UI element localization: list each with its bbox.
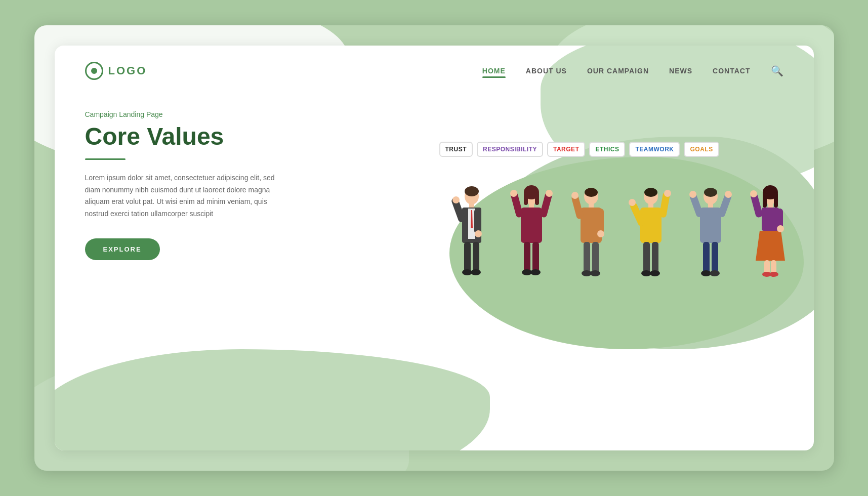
sign-responsibility: RESPONSIBILITY — [477, 142, 543, 157]
sign-target: TARGET — [547, 142, 585, 157]
figure-6 — [743, 182, 798, 294]
header: LOGO HOME ABOUT US OUR CAMPAIGN NEWS CON… — [55, 46, 814, 80]
svg-rect-17 — [535, 192, 539, 205]
signs-row: TRUST RESPONSIBILITY TARGET ETHICS TEAMW… — [439, 142, 804, 157]
search-icon[interactable]: 🔍 — [771, 65, 783, 77]
figure-3 — [564, 182, 618, 294]
svg-point-58 — [689, 191, 696, 198]
explore-button[interactable]: EXPLORE — [85, 238, 160, 260]
svg-rect-24 — [524, 242, 530, 272]
svg-rect-16 — [524, 192, 528, 205]
nav-item-home[interactable]: HOME — [482, 67, 506, 75]
svg-point-73 — [750, 190, 757, 197]
svg-rect-60 — [703, 242, 710, 273]
outer-frame: LOGO HOME ABOUT US OUR CAMPAIGN NEWS CON… — [34, 25, 834, 471]
svg-point-53 — [704, 188, 717, 197]
figure-2 — [504, 182, 559, 294]
logo-icon-inner — [91, 68, 97, 74]
svg-rect-48 — [643, 242, 650, 273]
svg-point-74 — [777, 225, 784, 232]
svg-point-46 — [629, 199, 636, 206]
svg-rect-7 — [474, 209, 481, 234]
svg-point-78 — [769, 272, 778, 277]
svg-rect-49 — [652, 242, 658, 273]
svg-rect-36 — [584, 242, 590, 273]
hero-subtitle: Campaign Landing Page — [85, 110, 287, 118]
hero-title: Core Values — [85, 123, 287, 150]
svg-point-59 — [725, 191, 732, 198]
svg-point-39 — [590, 270, 600, 276]
svg-rect-69 — [762, 208, 779, 231]
svg-point-63 — [710, 270, 720, 276]
hero-divider — [85, 158, 126, 160]
svg-rect-43 — [640, 208, 662, 243]
svg-rect-61 — [712, 242, 718, 273]
svg-point-51 — [650, 270, 660, 276]
svg-point-8 — [452, 196, 460, 203]
logo-icon — [85, 62, 103, 80]
figure-4 — [624, 182, 678, 294]
main-card: LOGO HOME ABOUT US OUR CAMPAIGN NEWS CON… — [55, 46, 814, 450]
svg-rect-67 — [774, 192, 778, 208]
sign-teamwork: TEAMWORK — [629, 142, 680, 157]
logo-area: LOGO — [85, 62, 147, 80]
svg-marker-70 — [756, 231, 785, 261]
svg-rect-66 — [763, 192, 767, 208]
nav-item-contact[interactable]: CONTACT — [713, 67, 750, 75]
sign-ethics: ETHICS — [589, 142, 625, 157]
values-area: TRUST RESPONSIBILITY TARGET ETHICS TEAMW… — [419, 127, 814, 390]
svg-point-23 — [546, 190, 553, 197]
figures-row — [444, 182, 809, 294]
svg-point-29 — [585, 188, 598, 197]
svg-point-41 — [644, 188, 657, 197]
svg-rect-10 — [464, 242, 471, 272]
svg-point-13 — [471, 269, 481, 275]
svg-point-35 — [597, 230, 604, 237]
logo-text: LOGO — [108, 64, 147, 77]
sign-trust: TRUST — [439, 142, 473, 157]
nav: HOME ABOUT US OUR CAMPAIGN NEWS CONTACT … — [482, 65, 783, 77]
svg-rect-37 — [592, 242, 599, 273]
svg-point-34 — [571, 192, 578, 199]
svg-rect-25 — [532, 242, 539, 272]
sign-goals: GOALS — [684, 142, 719, 157]
figure-1 — [444, 182, 499, 294]
svg-rect-33 — [597, 209, 604, 234]
svg-point-9 — [475, 230, 482, 237]
svg-point-1 — [465, 186, 479, 196]
hero-body: Lorem ipsum dolor sit amet, consectetuer… — [85, 172, 287, 220]
nav-item-news[interactable]: NEWS — [669, 67, 692, 75]
svg-point-27 — [530, 269, 541, 275]
svg-rect-11 — [473, 242, 479, 272]
hero-section: Campaign Landing Page Core Values Lorem … — [55, 80, 318, 260]
svg-rect-19 — [521, 208, 542, 243]
figure-5 — [683, 182, 738, 294]
nav-item-about[interactable]: ABOUT US — [526, 67, 567, 75]
nav-item-campaign[interactable]: OUR CAMPAIGN — [587, 67, 649, 75]
svg-point-47 — [664, 190, 671, 197]
svg-point-22 — [510, 190, 517, 197]
svg-rect-55 — [700, 208, 721, 243]
